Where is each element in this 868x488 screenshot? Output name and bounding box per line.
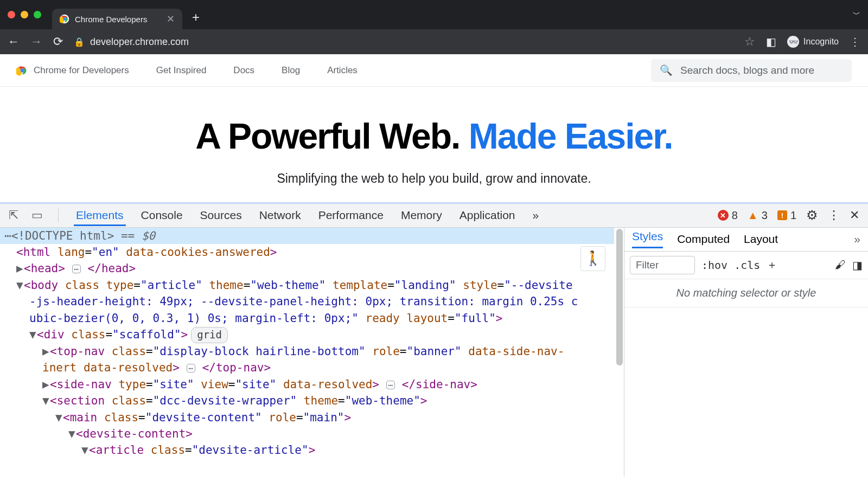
error-count[interactable]: ✕8 xyxy=(718,209,738,222)
dom-node-topnav[interactable]: ▶<top-nav class="display-block hairline-… xyxy=(0,343,614,359)
nav-articles[interactable]: Articles xyxy=(327,65,358,76)
dom-node-doctype[interactable]: ⋯<!DOCTYPE html> == $0 xyxy=(0,228,614,244)
tabs-overflow[interactable]: » xyxy=(530,204,541,226)
error-icon: ✕ xyxy=(718,210,729,221)
hero-title: A Powerful Web. Made Easier. xyxy=(0,117,868,156)
window-titlebar: Chrome Developers ✕ + ﹀ xyxy=(0,0,868,29)
dom-node-body-cont2[interactable]: ubic-bezier(0, 0, 0.3, 1) 0s; margin-lef… xyxy=(0,310,614,326)
chrome-icon xyxy=(60,14,69,24)
styles-overflow[interactable]: » xyxy=(854,233,860,246)
tab-computed[interactable]: Computed xyxy=(677,233,730,246)
tab-performance[interactable]: Performance xyxy=(316,204,386,226)
dom-node-devsite-content[interactable]: ▼<devsite-content> xyxy=(0,426,614,442)
styles-filter-input[interactable]: Filter xyxy=(630,256,695,274)
styles-toolbar: Filter :hov .cls ＋ 🖌 ◨ xyxy=(624,252,868,279)
address-bar[interactable]: 🔒 developer.chrome.com xyxy=(74,36,733,48)
devtools-body: 🚶 ⋯<!DOCTYPE html> == $0 <html lang="en"… xyxy=(0,228,868,477)
hero-title-blue: Made Easier. xyxy=(469,116,673,156)
close-tab-button[interactable]: ✕ xyxy=(167,13,175,25)
nav-blog[interactable]: Blog xyxy=(282,65,300,76)
profile-button[interactable]: 👓 Incognito xyxy=(787,36,839,48)
tab-layout[interactable]: Layout xyxy=(744,233,778,246)
styles-tabbar: Styles Computed Layout » xyxy=(624,228,868,252)
forward-button[interactable]: → xyxy=(30,35,42,49)
inspect-icon[interactable]: ⇱ xyxy=(9,208,18,222)
nav-get-inspired[interactable]: Get Inspired xyxy=(156,65,207,76)
browser-tab[interactable]: Chrome Developers ✕ xyxy=(52,9,182,29)
devtools-tabbar: ⇱ ▭ Elements Console Sources Network Per… xyxy=(0,204,868,228)
nav-docs[interactable]: Docs xyxy=(233,65,254,76)
dom-node-topnav-cont[interactable]: inert data-resolved> ⋯ </top-nav> xyxy=(0,359,614,376)
tab-elements[interactable]: Elements xyxy=(74,204,126,226)
dom-node-head[interactable]: ▶<head> ⋯ </head> xyxy=(0,260,614,277)
dom-node-sidenav[interactable]: ▶<side-nav type="site" view="site" data-… xyxy=(0,376,614,393)
scrollbar[interactable] xyxy=(615,228,624,477)
cls-button[interactable]: .cls xyxy=(734,259,760,272)
dom-node-main[interactable]: ▼<main class="devsite-content" role="mai… xyxy=(0,409,614,426)
site-header: Chrome for Developers Get Inspired Docs … xyxy=(0,54,868,87)
close-window-button[interactable] xyxy=(8,11,15,18)
tab-console[interactable]: Console xyxy=(139,204,185,226)
bookmark-button[interactable]: ☆ xyxy=(744,35,755,49)
styles-pane: Styles Computed Layout » Filter :hov .cl… xyxy=(624,228,868,477)
dom-node-body[interactable]: ▼<body class type="article" theme="web-t… xyxy=(0,277,614,293)
dom-node-section[interactable]: ▼<section class="dcc-devsite-wrapper" th… xyxy=(0,393,614,409)
tab-title: Chrome Developers xyxy=(75,15,147,24)
warning-count[interactable]: ▲3 xyxy=(748,209,768,222)
dom-node-scaffold[interactable]: ▼<div class="scaffold">grid xyxy=(0,326,614,343)
window-controls xyxy=(8,11,41,18)
accessibility-button[interactable]: 🚶 xyxy=(580,246,605,271)
tab-sources[interactable]: Sources xyxy=(198,204,244,226)
incognito-label: Incognito xyxy=(803,37,839,47)
search-input[interactable]: 🔍 Search docs, blogs and more xyxy=(651,59,852,82)
brand-text: Chrome for Developers xyxy=(34,65,129,76)
dom-tree[interactable]: 🚶 ⋯<!DOCTYPE html> == $0 <html lang="en"… xyxy=(0,228,624,477)
tab-styles[interactable]: Styles xyxy=(632,230,663,248)
issue-count[interactable]: !1 xyxy=(777,209,796,222)
tab-memory[interactable]: Memory xyxy=(399,204,444,226)
issue-icon: ! xyxy=(777,210,787,220)
dom-node-html[interactable]: <html lang="en" data-cookies-answered> xyxy=(0,244,614,260)
hov-button[interactable]: :hov xyxy=(701,259,727,272)
site-brand[interactable]: Chrome for Developers xyxy=(16,65,129,76)
new-tab-button[interactable]: + xyxy=(192,10,200,25)
no-matching-selector: No matching selector or style xyxy=(624,279,868,307)
search-icon: 🔍 xyxy=(660,64,673,76)
reload-button[interactable]: ⟳ xyxy=(53,35,63,49)
warning-icon: ▲ xyxy=(748,210,758,221)
paint-icon[interactable]: 🖌 xyxy=(835,259,846,271)
browser-toolbar: ← → ⟳ 🔒 developer.chrome.com ☆ ◧ 👓 Incog… xyxy=(0,29,868,54)
new-style-rule-button[interactable]: ＋ xyxy=(767,258,777,272)
more-icon[interactable]: ⋮ xyxy=(828,208,840,222)
hero-section: A Powerful Web. Made Easier. Simplifying… xyxy=(0,87,868,202)
lock-icon: 🔒 xyxy=(74,37,85,47)
maximize-window-button[interactable] xyxy=(34,11,41,18)
devtools-panel: ⇱ ▭ Elements Console Sources Network Per… xyxy=(0,202,868,477)
back-button[interactable]: ← xyxy=(8,35,20,49)
panel-button[interactable]: ◧ xyxy=(766,35,776,48)
separator xyxy=(58,209,59,222)
dom-node-article[interactable]: ▼<article class="devsite-article"> xyxy=(0,442,614,458)
search-placeholder: Search docs, blogs and more xyxy=(680,65,814,76)
minimize-window-button[interactable] xyxy=(21,11,28,18)
dom-node-body-cont1[interactable]: -js-header-height: 49px; --devsite-panel… xyxy=(0,293,614,310)
page-content: Chrome for Developers Get Inspired Docs … xyxy=(0,54,868,202)
tabs-overflow-button[interactable]: ﹀ xyxy=(853,10,860,20)
tab-network[interactable]: Network xyxy=(257,204,303,226)
chrome-logo-icon xyxy=(16,65,28,76)
device-toggle-icon[interactable]: ▭ xyxy=(31,208,43,222)
tab-application[interactable]: Application xyxy=(457,204,518,226)
hero-subtitle: Simplifying the web to help you build, g… xyxy=(0,171,868,186)
hero-title-black: A Powerful Web. xyxy=(195,116,468,156)
chrome-menu-button[interactable]: ⋮ xyxy=(850,35,860,48)
incognito-icon: 👓 xyxy=(787,36,799,48)
sidepanel-icon[interactable]: ◨ xyxy=(852,259,863,272)
close-devtools-button[interactable]: ✕ xyxy=(850,208,859,222)
url-text: developer.chrome.com xyxy=(90,36,189,48)
settings-icon[interactable]: ⚙ xyxy=(806,208,818,223)
